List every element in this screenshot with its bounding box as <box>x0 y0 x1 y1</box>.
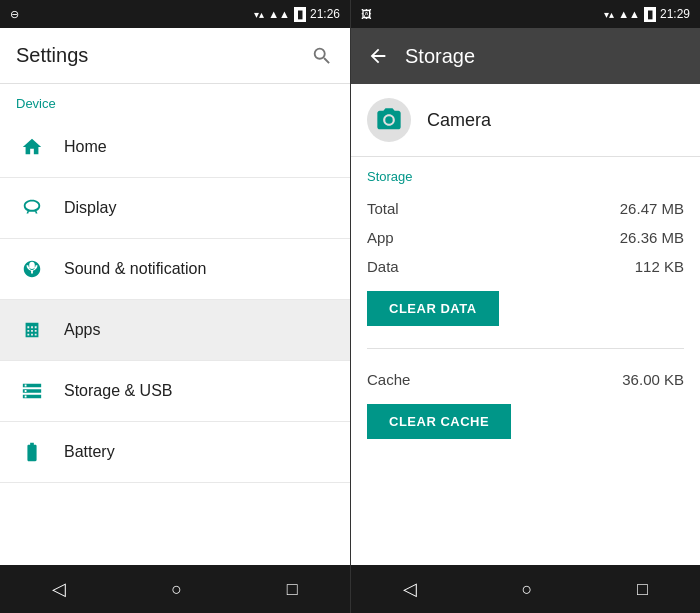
cache-label: Cache <box>367 371 410 388</box>
data-label: Data <box>367 258 399 275</box>
sound-svg <box>21 258 43 280</box>
camera-app-icon <box>367 98 411 142</box>
left-back-icon: ◁ <box>52 578 66 600</box>
left-status-left: ⊖ <box>10 8 19 21</box>
storage-title: Storage <box>405 45 475 68</box>
total-label: Total <box>367 200 399 217</box>
menu-item-home[interactable]: Home <box>0 117 350 178</box>
home-label: Home <box>64 138 107 156</box>
sound-icon <box>16 253 48 285</box>
storage-row-cache: Cache 36.00 KB <box>367 365 684 394</box>
menu-item-battery[interactable]: Battery <box>0 422 350 483</box>
storage-section-title: Storage <box>367 169 684 184</box>
storage-row-total: Total 26.47 MB <box>367 194 684 223</box>
left-status-notification: ⊖ <box>10 8 19 21</box>
menu-item-storage[interactable]: Storage & USB <box>0 361 350 422</box>
storage-section: Storage Total 26.47 MB App 26.36 MB Data… <box>351 157 700 565</box>
storage-icon <box>16 375 48 407</box>
right-home-nav-icon: ○ <box>522 579 533 600</box>
back-arrow-icon <box>367 45 389 67</box>
right-back-button[interactable]: ◁ <box>387 570 433 608</box>
sound-label: Sound & notification <box>64 260 206 278</box>
device-section-header: Device <box>0 84 350 117</box>
data-value: 112 KB <box>635 258 684 275</box>
camera-icon <box>375 106 403 134</box>
right-recents-button[interactable]: □ <box>621 571 664 608</box>
apps-svg <box>21 319 43 341</box>
display-label: Display <box>64 199 116 217</box>
display-svg <box>21 197 43 219</box>
home-icon <box>16 131 48 163</box>
left-recents-button[interactable]: □ <box>271 571 314 608</box>
svg-point-0 <box>385 116 392 123</box>
left-recents-icon: □ <box>287 579 298 600</box>
left-status-bar: ⊖ ▾▴ ▲▲ ▮ 21:26 <box>0 0 350 28</box>
right-home-button[interactable]: ○ <box>506 571 549 608</box>
battery-svg <box>21 441 43 463</box>
menu-item-display[interactable]: Display <box>0 178 350 239</box>
cache-section: Cache 36.00 KB CLEAR CACHE <box>367 357 684 461</box>
battery-icon <box>16 436 48 468</box>
clear-cache-button[interactable]: CLEAR CACHE <box>367 404 511 439</box>
right-nav-bar: ◁ ○ □ <box>351 565 700 613</box>
menu-item-sound[interactable]: Sound & notification <box>0 239 350 300</box>
app-info-row: Camera <box>351 84 700 157</box>
display-icon <box>16 192 48 224</box>
left-app-bar: Settings <box>0 28 350 84</box>
app-value: 26.36 MB <box>620 229 684 246</box>
apps-icon <box>16 314 48 346</box>
right-status-right: ▾▴ ▲▲ ▮ 21:29 <box>604 7 690 22</box>
right-status-notification: 🖼 <box>361 8 372 20</box>
total-value: 26.47 MB <box>620 200 684 217</box>
cache-value: 36.00 KB <box>622 371 684 388</box>
right-wifi-icon: ▾▴ <box>604 9 614 20</box>
right-time: 21:29 <box>660 7 690 21</box>
left-home-button[interactable]: ○ <box>155 571 198 608</box>
apps-label: Apps <box>64 321 100 339</box>
storage-row-app: App 26.36 MB <box>367 223 684 252</box>
left-time: 21:26 <box>310 7 340 21</box>
left-nav-bar: ◁ ○ □ <box>0 565 350 613</box>
left-status-right: ▾▴ ▲▲ ▮ 21:26 <box>254 7 340 22</box>
storage-label: Storage & USB <box>64 382 173 400</box>
left-home-nav-icon: ○ <box>171 579 182 600</box>
home-svg <box>21 136 43 158</box>
storage-back-button[interactable] <box>367 45 389 67</box>
left-back-button[interactable]: ◁ <box>36 570 82 608</box>
storage-svg <box>21 380 43 402</box>
menu-item-apps[interactable]: Apps <box>0 300 350 361</box>
clear-data-button[interactable]: CLEAR DATA <box>367 291 499 326</box>
right-recents-icon: □ <box>637 579 648 600</box>
left-battery-icon: ▮ <box>294 7 306 22</box>
app-label: App <box>367 229 394 246</box>
right-app-bar: Storage <box>351 28 700 84</box>
left-signal-icon: ▲▲ <box>268 8 290 20</box>
right-signal-icon: ▲▲ <box>618 8 640 20</box>
search-button[interactable] <box>310 44 334 68</box>
left-panel: ⊖ ▾▴ ▲▲ ▮ 21:26 Settings Device Home <box>0 0 350 613</box>
battery-label: Battery <box>64 443 115 461</box>
right-status-bar: 🖼 ▾▴ ▲▲ ▮ 21:29 <box>351 0 700 28</box>
search-icon <box>311 45 333 67</box>
right-status-left: 🖼 <box>361 8 372 20</box>
right-battery-icon: ▮ <box>644 7 656 22</box>
storage-divider <box>367 348 684 349</box>
storage-row-data: Data 112 KB <box>367 252 684 281</box>
right-back-icon: ◁ <box>403 578 417 600</box>
left-app-title: Settings <box>16 44 88 67</box>
right-panel: 🖼 ▾▴ ▲▲ ▮ 21:29 Storage Camera Storage <box>350 0 700 613</box>
camera-app-name: Camera <box>427 110 491 131</box>
left-wifi-icon: ▾▴ <box>254 9 264 20</box>
